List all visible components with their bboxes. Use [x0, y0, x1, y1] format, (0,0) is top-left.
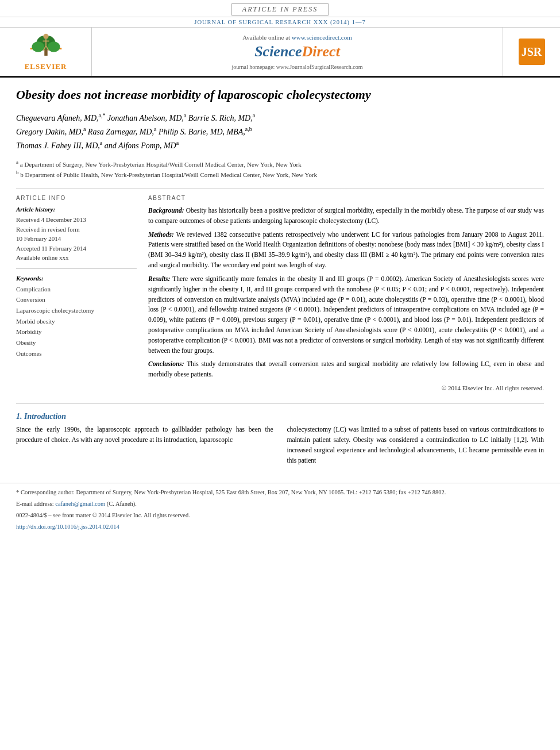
footer-corresponding: * Corresponding author. Department of Su… [16, 488, 544, 497]
abstract-text: Background: Obesity has historically bee… [148, 206, 544, 393]
author-rich: Barrie S. Rich, MD, [188, 114, 253, 122]
intro-right-text: cholecystectomy (LC) was limited to a su… [287, 425, 544, 466]
svg-point-2 [32, 41, 44, 52]
svg-point-3 [47, 41, 60, 52]
article-title: Obesity does not increase morbidity of l… [16, 87, 544, 103]
abstract-heading: ABSTRACT [148, 195, 544, 201]
intro-heading: Introduction [24, 412, 66, 421]
author-abelson: Jonathan Abelson, MD, [107, 114, 184, 122]
sd-name2: Direct [302, 43, 339, 60]
conclusions-text: This study demonstrates that overall con… [148, 360, 544, 378]
conclusions-label: Conclusions: [148, 360, 184, 367]
sd-url-link[interactable]: www.sciencedirect.com [292, 34, 352, 41]
aip-banner: ARTICLE IN PRESS [0, 0, 560, 17]
history-online: Available online xxx [16, 253, 137, 263]
svg-rect-4 [44, 49, 47, 56]
abstract-background: Background: Obesity has historically bee… [148, 206, 544, 226]
journal-header-text: JOURNAL OF SURGICAL RESEARCH XXX (2014) … [194, 19, 365, 25]
footer-issn: 0022-4804/$ – see front matter © 2014 El… [16, 511, 544, 520]
introduction-section: 1. Introduction Since the early 1990s, t… [16, 403, 544, 466]
svg-point-5 [43, 34, 48, 39]
author-afaneh: Cheguevara Afaneh, MD, [16, 114, 99, 122]
jsr-logo-area: JSR [503, 28, 560, 76]
history-label: Article history: [16, 206, 137, 213]
elsevier-tree-icon [23, 32, 69, 61]
divider-1 [16, 189, 544, 189]
keyword-outcomes: Outcomes [16, 348, 137, 359]
abstract-conclusions: Conclusions: This study demonstrates tha… [148, 359, 544, 380]
article-info-col: ARTICLE INFO Article history: Received 4… [16, 195, 137, 393]
abstract-methods: Methods: We reviewed 1382 consecutive pa… [148, 230, 544, 271]
elsevier-logo: ELSEVIER [23, 32, 69, 71]
intro-left-text: Since the early 1990s, the laparoscopic … [16, 425, 273, 445]
footer-email-link[interactable]: cafaneh@gmail.com [55, 501, 105, 507]
history-received: Received 4 December 2013 [16, 215, 137, 225]
authors-line: Cheguevara Afaneh, MD,a,* Jonathan Abels… [16, 111, 544, 153]
keyword-obesity: Obesity [16, 337, 137, 348]
abstract-results: Results: There were significantly more f… [148, 274, 544, 356]
article-info-abstract-cols: ARTICLE INFO Article history: Received 4… [16, 195, 544, 393]
methods-label: Methods: [148, 231, 174, 238]
intro-left: Since the early 1990s, the laparoscopic … [16, 425, 273, 466]
background-label: Background: [148, 207, 184, 214]
methods-text: We reviewed 1382 consecutive patients re… [148, 231, 544, 268]
author-zarnegar: Rasa Zarnegar, MD, [88, 128, 154, 136]
results-label: Results: [148, 275, 170, 282]
jsr-logo-icon: JSR [519, 39, 545, 65]
copyright-text: © 2014 Elsevier Inc. All rights reserved… [148, 383, 544, 393]
footer-doi: http://dx.doi.org/10.1016/j.jss.2014.02.… [16, 522, 544, 532]
author-fahey: Thomas J. Fahey III, MD, [16, 141, 100, 150]
author-dakin: Gregory Dakin, MD, [16, 128, 83, 136]
footer-doi-link[interactable]: http://dx.doi.org/10.1016/j.jss.2014.02.… [16, 524, 119, 530]
top-logos-bar: ELSEVIER Available online at www.science… [0, 28, 560, 78]
intro-two-col: Since the early 1990s, the laparoscopic … [16, 425, 544, 466]
history-revised-date: 10 February 2014 [16, 234, 137, 244]
sd-name1: Science [254, 43, 302, 60]
divider-keywords [16, 268, 137, 269]
affiliation-a: a a Department of Surgery, New York-Pres… [16, 159, 544, 169]
footer: * Corresponding author. Department of Su… [0, 483, 560, 539]
keyword-morbidity: Morbidity [16, 326, 137, 337]
author-barie: Philip S. Barie, MD, MBA, [159, 128, 245, 136]
affiliations: a a Department of Surgery, New York-Pres… [16, 159, 544, 179]
abstract-col: ABSTRACT Background: Obesity has histori… [148, 195, 544, 393]
elsevier-logo-area: ELSEVIER [0, 28, 92, 76]
keyword-conversion: Conversion [16, 294, 137, 305]
intro-right: cholecystectomy (LC) was limited to a su… [287, 425, 544, 466]
available-online-text: Available online at www.sciencedirect.co… [242, 34, 352, 41]
journal-homepage-text: journal homepage: www.JournalofSurgicalR… [232, 64, 363, 70]
intro-section-number: 1. Introduction [16, 412, 544, 421]
keyword-morbid-obesity: Morbid obesity [16, 316, 137, 327]
history-accepted: Accepted 11 February 2014 [16, 244, 137, 253]
affiliation-b: b b Department of Public Health, New Yor… [16, 169, 544, 179]
elsevier-wordmark: ELSEVIER [25, 62, 67, 71]
keyword-complication: Complication [16, 284, 137, 295]
footer-email-person: (C. Afaneh). [107, 501, 137, 507]
sciencedirect-panel: Available online at www.sciencedirect.co… [92, 28, 503, 76]
author-pomp: and Alfons Pomp, MD [105, 141, 176, 150]
history-revised-label: Received in revised form [16, 225, 137, 234]
background-text: Obesity has historically been a positive… [148, 207, 544, 224]
aip-banner-text: ARTICLE IN PRESS [231, 3, 329, 16]
keyword-lap-chol: Laparoscopic cholecystectomy [16, 305, 137, 316]
journal-header: JOURNAL OF SURGICAL RESEARCH XXX (2014) … [0, 17, 560, 28]
sciencedirect-logo-text: ScienceDirect [254, 43, 340, 60]
main-content: Obesity does not increase morbidity of l… [0, 78, 560, 472]
results-text: There were significantly more females in… [148, 275, 544, 354]
keywords-label: Keywords: [16, 275, 137, 282]
footer-email: E-mail address: cafaneh@gmail.com (C. Af… [16, 499, 544, 509]
article-info-heading: ARTICLE INFO [16, 195, 137, 201]
